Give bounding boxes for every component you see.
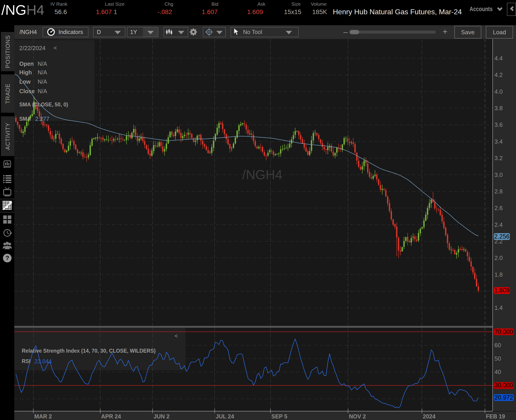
svg-text:/NGH4: /NGH4 xyxy=(242,167,282,182)
